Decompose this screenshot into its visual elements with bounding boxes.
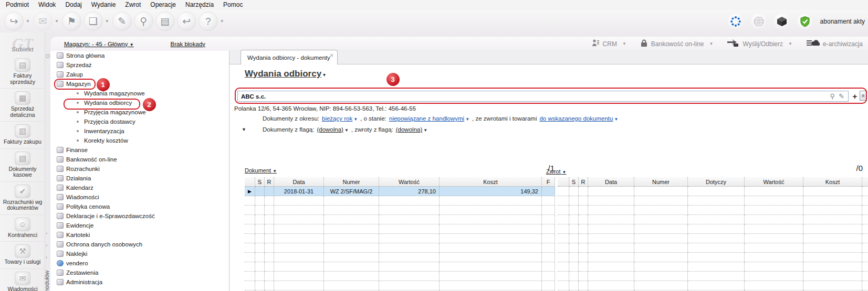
table-empty-row[interactable] — [558, 196, 868, 206]
column-header-R[interactable]: R — [265, 177, 274, 187]
sidebar-item-dokumenty-kasowe[interactable]: ▧Dokumenty kasowe — [0, 148, 45, 181]
column-header-Data[interactable]: Data — [274, 177, 324, 187]
add-button[interactable]: + — [851, 91, 859, 102]
list-button[interactable]: ≡ — [860, 91, 867, 101]
table-empty-row[interactable] — [558, 215, 868, 224]
table-empty-row[interactable] — [558, 224, 868, 234]
menu-item-wydanie[interactable]: Wydanie — [87, 0, 121, 10]
filter-toggle-icon[interactable]: ▼ — [242, 127, 246, 132]
sidebar-item-sprzedaż-detaliczna[interactable]: ▦Sprzedaż detaliczna — [0, 88, 45, 121]
tree-item-przyjęcia-dostawcy[interactable]: Przyjęcia dostawcy — [50, 117, 229, 126]
tree-item-rozrachunki[interactable]: Rozrachunki — [50, 164, 229, 174]
column-header-Data[interactable]: Data — [588, 177, 634, 187]
dropdown-arrow-icon[interactable]: ▼ — [465, 117, 469, 122]
print-icon[interactable]: ▤ — [155, 12, 175, 31]
column-header-R[interactable]: R — [579, 177, 588, 187]
column-header-Koszt[interactable]: Koszt — [803, 177, 862, 187]
nav-arrow-icon[interactable]: ↪ — [4, 12, 24, 31]
module-list-strip[interactable]: a modułów ››› — [45, 37, 50, 291]
table-row[interactable]: ▶2018-01-31WZ 2/SF/MAG/2278,10149,32 — [245, 187, 555, 196]
filter-value-link[interactable]: bieżący rok — [322, 115, 352, 122]
table-empty-row[interactable] — [245, 272, 555, 281]
page-title-menu[interactable]: Wydania odbiorcy▾ — [245, 69, 326, 79]
column-header-F[interactable]: F — [542, 177, 555, 187]
table-empty-row[interactable] — [558, 253, 868, 262]
table-empty-row[interactable] — [245, 234, 555, 243]
sidebar-item-wiadomości-odebrane[interactable]: ✉Wiadomości odebrane — [0, 268, 45, 291]
table-empty-row[interactable] — [558, 187, 868, 196]
sidebar-item-faktury-sprzedaży[interactable]: ▤Faktury sprzedaży — [0, 56, 45, 88]
column-header-Koszt[interactable]: Koszt — [440, 177, 542, 187]
search-icon[interactable]: ⚲ — [830, 92, 835, 100]
filter-value-link[interactable]: niepowiązane z handlowymi — [389, 115, 464, 122]
column-header-S[interactable]: S — [255, 177, 265, 187]
tree-item-wydania-odbiorcy[interactable]: Wydania odbiorcy — [50, 98, 229, 107]
edit-icon[interactable]: ✎ — [112, 12, 132, 31]
menu-item-dodaj[interactable]: Dodaj — [60, 0, 86, 10]
dropdown-arrow-icon[interactable]: ▼ — [614, 117, 618, 122]
sidebar-item-faktury-zakupu[interactable]: ▥Faktury zakupu — [0, 121, 45, 148]
tree-item-bankowość-on-line[interactable]: Bankowość on-line — [50, 155, 229, 164]
table-empty-row[interactable] — [245, 224, 555, 234]
column-header-selector[interactable] — [558, 177, 569, 187]
tree-item-ochrona-danych-osobowych[interactable]: Ochrona danych osobowych — [50, 240, 229, 249]
table-empty-row[interactable] — [245, 196, 555, 206]
tree-item-zestawienia[interactable]: Zestawienia — [50, 268, 229, 277]
tree-item-magazyn[interactable]: Magazyn — [50, 79, 229, 89]
send-mail-icon[interactable]: ✉ — [33, 12, 53, 31]
table-empty-row[interactable] — [245, 262, 555, 272]
filter-value-link[interactable]: (dowolna) — [396, 126, 423, 133]
table-empty-row[interactable] — [245, 243, 555, 253]
dropdown-arrow-icon[interactable]: ▼ — [55, 19, 59, 24]
tab-close-icon[interactable]: × — [330, 52, 333, 59]
filter-value-link[interactable]: (dowolna) — [317, 126, 343, 133]
search-input-value[interactable]: ABC s.c. — [238, 93, 830, 100]
pin-icon[interactable] — [46, 54, 50, 58]
dropdown-arrow-icon[interactable]: ▼ — [105, 19, 109, 24]
dropdown-arrow-icon[interactable]: ▼ — [220, 19, 224, 24]
tree-item-wiadomości[interactable]: Wiadomości — [50, 192, 229, 202]
tree-item-sprzedaż[interactable]: Sprzedaż — [50, 60, 229, 70]
column-header-Numer[interactable]: Numer — [324, 177, 379, 187]
tree-item-wydania-magazynowe[interactable]: Wydania magazynowe — [50, 89, 229, 98]
lock-status-link[interactable]: Brak blokady — [171, 41, 205, 47]
shield-check-icon[interactable] — [797, 14, 813, 29]
tree-item-inwentaryzacja[interactable]: Inwentaryzacja — [50, 126, 229, 136]
filter-value-link[interactable]: do wskazanego dokumentu — [539, 115, 613, 122]
menu-item-operacje[interactable]: Operacje — [145, 0, 181, 10]
search-icon[interactable]: ⚲ — [134, 12, 153, 31]
menu-item-podmiot[interactable]: Podmiot — [1, 0, 34, 10]
table-empty-row[interactable] — [558, 234, 868, 243]
contractor-search-field[interactable]: ABC s.c. ⚲ ✎ — [237, 91, 849, 102]
table-empty-row[interactable] — [245, 215, 555, 224]
table-empty-row[interactable] — [558, 272, 868, 281]
menu-item-zwrot[interactable]: Zwrot — [120, 0, 145, 10]
table-empty-row[interactable] — [245, 281, 555, 290]
tree-item-działania[interactable]: Działania — [50, 174, 229, 183]
sidebar-item-towary-i-usługi[interactable]: ⚒Towary i usługi — [0, 241, 45, 268]
tree-item-vendero[interactable]: vendero — [50, 258, 229, 268]
returns-table-menu-link[interactable]: Zwrot ▼ — [546, 168, 566, 175]
warehouse-selector-link[interactable]: Magazyn: - 45 - Główny ▼ — [64, 41, 134, 47]
tree-item-kartoteki[interactable]: Kartoteki — [50, 230, 229, 240]
documents-table-menu-link[interactable]: Dokument ▼ — [245, 167, 277, 174]
tree-item-polityka-cenowa[interactable]: Polityka cenowa — [50, 202, 229, 211]
menu-item-narzędzia[interactable]: Narzędzia — [181, 0, 218, 10]
tree-item-ewidencje[interactable]: Ewidencje — [50, 221, 229, 230]
tree-item-korekty-kosztów[interactable]: Korekty kosztów — [50, 136, 229, 145]
undo-icon[interactable]: ↩ — [177, 12, 196, 31]
globe-icon[interactable] — [751, 14, 767, 29]
column-header-F[interactable]: F — [862, 177, 868, 187]
dropdown-arrow-icon[interactable]: ▼ — [26, 19, 30, 24]
table-empty-row[interactable] — [558, 243, 868, 253]
tree-item-finanse[interactable]: Finanse — [50, 145, 229, 155]
table-empty-row[interactable] — [245, 253, 555, 262]
cube-icon[interactable] — [774, 14, 790, 29]
new-document-icon[interactable]: ❏ — [83, 12, 103, 31]
table-empty-row[interactable] — [558, 262, 868, 272]
table-empty-row[interactable] — [558, 206, 868, 215]
dropdown-arrow-icon[interactable]: ▼ — [353, 117, 358, 122]
tree-item-deklaracje-i-e-sprawozdawczość[interactable]: Deklaracje i e-Sprawozdawczość — [50, 211, 229, 221]
sync-spinner-icon[interactable] — [728, 14, 744, 29]
column-header-Numer[interactable]: Numer — [634, 177, 688, 187]
